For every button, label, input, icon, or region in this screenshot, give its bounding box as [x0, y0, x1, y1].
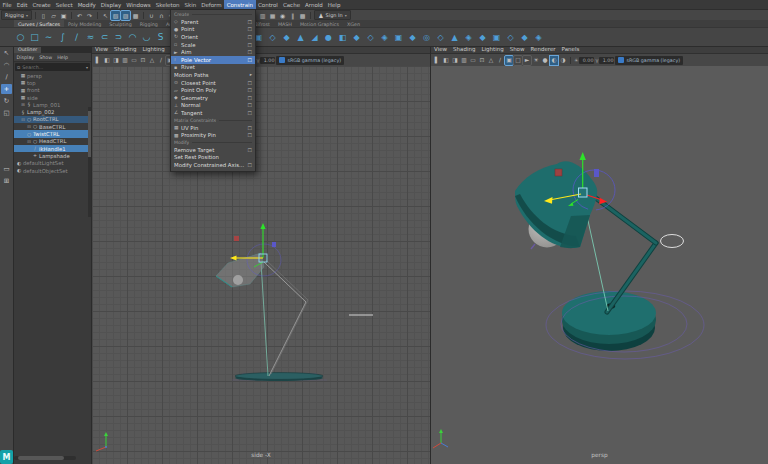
- menu-item-aim[interactable]: ► Aim ☐: [171, 48, 255, 56]
- menu-item-proximity-pin[interactable]: ▩ Proximity Pin ☐: [171, 131, 255, 139]
- viewport-canvas-side[interactable]: side -X: [92, 66, 430, 464]
- shelf-icon[interactable]: ◆: [350, 30, 363, 44]
- shelf-icon[interactable]: ▣: [490, 30, 503, 44]
- lamp-base[interactable]: [235, 373, 323, 380]
- menu-modify[interactable]: Modify: [75, 0, 98, 9]
- option-box-icon[interactable]: ☐: [248, 19, 252, 25]
- menu-item-point[interactable]: ● Point ☐: [171, 26, 255, 34]
- option-box-icon[interactable]: ☐: [248, 110, 252, 116]
- select-tool-mode-icon[interactable]: ↖: [101, 11, 110, 20]
- menu-item-point-on-poly[interactable]: ▱ Point On Poly ☐: [171, 86, 255, 94]
- outliner-menu[interactable]: Display: [14, 55, 37, 60]
- lasso-tool-icon[interactable]: ◠: [1, 60, 12, 70]
- option-box-icon[interactable]: ☐: [248, 125, 252, 131]
- redo-icon[interactable]: ↷: [85, 11, 94, 20]
- menu-item-set-rest-position[interactable]: Set Rest Position: [171, 154, 255, 162]
- menu-item-orient[interactable]: ↻ Orient ☐: [171, 33, 255, 41]
- bookmark-icon[interactable]: ◨: [112, 56, 120, 65]
- outliner-menu[interactable]: Show: [37, 55, 55, 60]
- viewport-canvas-persp[interactable]: persp: [431, 66, 768, 464]
- camera-settings-icon[interactable]: ◧: [442, 56, 450, 65]
- menu-edit[interactable]: Edit: [14, 0, 30, 9]
- gamma-field[interactable]: 1.00: [599, 57, 614, 64]
- shelf-icon[interactable]: ◧: [336, 30, 349, 44]
- menu-display[interactable]: Display: [98, 0, 123, 9]
- option-box-icon[interactable]: ☐: [248, 95, 252, 101]
- option-box-icon[interactable]: ☐: [248, 87, 252, 93]
- menu-create[interactable]: Create: [30, 0, 53, 9]
- outliner-row-side[interactable]: ▦ side: [14, 94, 91, 101]
- menu-item-parent[interactable]: ◇ Parent ☐: [171, 18, 255, 26]
- lights-icon[interactable]: ☀: [532, 56, 540, 65]
- single-pane-layout-button[interactable]: ▭: [1, 164, 12, 174]
- option-box-icon[interactable]: ☐: [248, 26, 252, 32]
- lamp-bulb[interactable]: [233, 275, 243, 285]
- menu-item-modify-constrained-axis[interactable]: Modify Constrained Axis... ☐: [171, 161, 255, 169]
- curve-shelf-icon[interactable]: □: [28, 30, 41, 44]
- select-component-icon[interactable]: ▩: [131, 11, 140, 20]
- curve-shelf-icon[interactable]: ◡: [140, 30, 153, 44]
- workspace-dropdown[interactable]: Rigging▾: [1, 10, 32, 20]
- shelf-icon[interactable]: ◈: [378, 30, 391, 44]
- move-tool-icon[interactable]: +: [1, 84, 12, 94]
- shelf-icon[interactable]: ◆: [518, 30, 531, 44]
- option-box-icon[interactable]: ☐: [248, 147, 252, 153]
- field-chart-icon[interactable]: ∕: [157, 56, 165, 65]
- select-hierarchy-icon[interactable]: ▧: [111, 11, 120, 20]
- gate-mask-icon[interactable]: △: [148, 56, 156, 65]
- render-current-frame-icon[interactable]: ◉: [278, 11, 287, 20]
- camera-settings-icon[interactable]: ◧: [103, 56, 111, 65]
- four-pane-layout-button[interactable]: ⊞: [1, 176, 12, 186]
- shelf-icon[interactable]: ▲: [448, 30, 461, 44]
- option-box-icon[interactable]: ☐: [248, 102, 252, 108]
- menu-item-motion-paths[interactable]: Motion Paths ▸: [171, 71, 255, 79]
- lamp-arm[interactable]: [264, 260, 308, 376]
- curve-shelf-icon[interactable]: ○: [14, 30, 27, 44]
- menu-item-rivet[interactable]: ▪ Rivet: [171, 64, 255, 72]
- outliner-tab[interactable]: Outliner: [14, 46, 41, 53]
- menu-item-geometry[interactable]: ◆ Geometry ☐: [171, 94, 255, 102]
- menu-item-uv-pin[interactable]: ▦ UV Pin ☐: [171, 124, 255, 132]
- resolution-gate-icon[interactable]: ⊡: [478, 56, 486, 65]
- shaded-mode-icon[interactable]: □: [514, 56, 522, 65]
- open-scene-icon[interactable]: ▱: [49, 11, 58, 20]
- menu-skin[interactable]: Skin: [182, 0, 199, 9]
- red-plane-handle[interactable]: [234, 236, 239, 241]
- outliner-search-field[interactable]: ⧉ Search... ▾: [15, 63, 90, 71]
- option-box-icon[interactable]: ☐: [248, 80, 252, 86]
- menu-windows[interactable]: Windows: [124, 0, 154, 9]
- option-box-icon[interactable]: ☐: [248, 132, 252, 138]
- shelf-icon[interactable]: ◇: [266, 30, 279, 44]
- outliner-row-basectrl[interactable]: ⊟ ○ BaseCTRL: [14, 123, 91, 130]
- colorspace-dropdown[interactable]: sRGB gamma (legacy): [276, 56, 344, 65]
- menu-item-tangent[interactable]: ∠ Tangent ☐: [171, 109, 255, 117]
- outliner-row-front[interactable]: ▦ front: [14, 87, 91, 94]
- rotate-tool-icon[interactable]: ↻: [1, 96, 12, 106]
- curve-shelf-icon[interactable]: S: [154, 30, 167, 44]
- shelf-icon[interactable]: ◇: [364, 30, 377, 44]
- menu-file[interactable]: File: [0, 0, 14, 9]
- menu-control[interactable]: Control: [256, 0, 281, 9]
- motion-blur-icon[interactable]: ◑: [559, 56, 567, 65]
- shadows-icon[interactable]: ●: [541, 56, 549, 65]
- menu-constrain[interactable]: Constrain: [224, 0, 255, 9]
- field-chart-icon[interactable]: ∕: [496, 56, 504, 65]
- selected-control-circle[interactable]: [661, 235, 684, 248]
- shelf-icon[interactable]: ◆: [476, 30, 489, 44]
- lamp-shade[interactable]: [515, 161, 599, 248]
- menu-arnold[interactable]: Arnold: [303, 0, 326, 9]
- outliner-row-twistctrl[interactable]: ○ TwistCTRL: [14, 130, 91, 137]
- outliner-row-defaultobjectset[interactable]: ◐ defaultObjectSet: [14, 167, 91, 174]
- save-scene-icon[interactable]: ▣: [59, 11, 68, 20]
- selection-highlight-icon[interactable]: ►: [523, 56, 531, 65]
- shelf-icon[interactable]: ◎: [420, 30, 433, 44]
- select-object-icon[interactable]: ▨: [121, 11, 130, 20]
- ao-icon[interactable]: ◐: [550, 56, 558, 65]
- view-cube-icon[interactable]: ▌: [94, 56, 102, 65]
- snap-to-grid-icon[interactable]: ∪: [147, 11, 156, 20]
- viewport-side[interactable]: ViewShadingLightingShowRendererPanels ▌◧…: [92, 45, 430, 464]
- shelf-icon[interactable]: ▲: [294, 30, 307, 44]
- curve-shelf-icon[interactable]: ≈: [84, 30, 97, 44]
- shelf-icon[interactable]: ◈: [462, 30, 475, 44]
- image-plane-icon[interactable]: ▥: [121, 56, 129, 65]
